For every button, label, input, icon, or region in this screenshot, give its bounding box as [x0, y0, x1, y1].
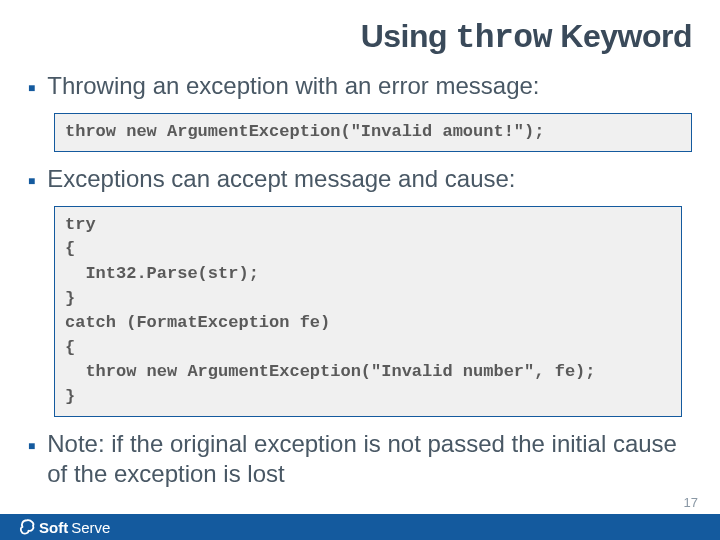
footer-bar: SoftServe	[0, 514, 720, 540]
brand-text-right: Serve	[71, 519, 110, 536]
title-keyword: throw	[455, 20, 552, 57]
bullet-2: ■ Exceptions can accept message and caus…	[28, 164, 692, 194]
bullet-3: ■ Note: if the original exception is not…	[28, 429, 692, 489]
bullet-2-text: Exceptions can accept message and cause:	[47, 164, 515, 194]
brand-text-left: Soft	[39, 519, 68, 536]
code-block-2: try { Int32.Parse(str); } catch (FormatE…	[54, 206, 682, 417]
bullet-marker-icon: ■	[28, 81, 35, 96]
bullet-3-text: Note: if the original exception is not p…	[47, 429, 692, 489]
bullet-marker-icon: ■	[28, 439, 35, 454]
title-prefix: Using	[361, 18, 456, 54]
slide: Using throw Keyword ■ Throwing an except…	[0, 0, 720, 540]
bullet-1-text: Throwing an exception with an error mess…	[47, 71, 539, 101]
bullet-marker-icon: ■	[28, 174, 35, 189]
page-number: 17	[684, 495, 698, 510]
brand-swirl-icon	[18, 518, 36, 536]
slide-title: Using throw Keyword	[28, 18, 692, 57]
bullet-1: ■ Throwing an exception with an error me…	[28, 71, 692, 101]
code-block-1: throw new ArgumentException("Invalid amo…	[54, 113, 692, 152]
title-suffix: Keyword	[552, 18, 692, 54]
brand-logo: SoftServe	[18, 518, 110, 536]
